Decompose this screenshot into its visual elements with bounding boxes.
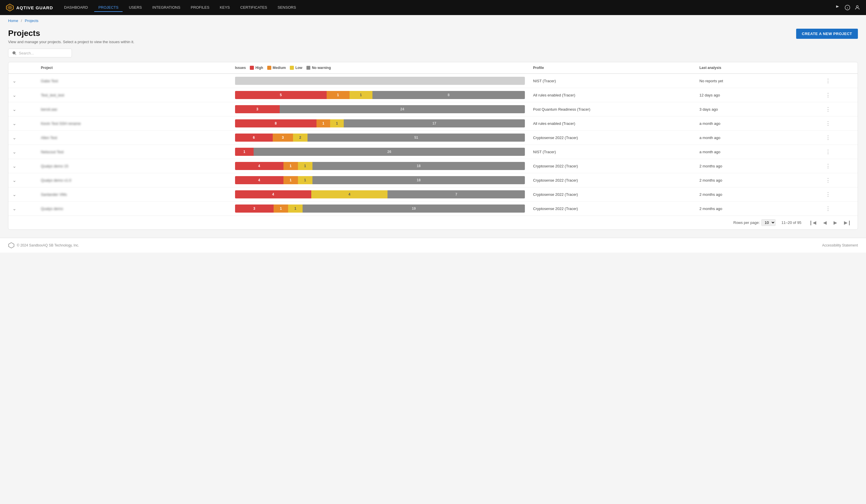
nav-projects[interactable]: PROJECTS bbox=[94, 3, 122, 12]
row-menu-button[interactable]: ⋮ bbox=[824, 190, 832, 199]
logo[interactable]: AQTIVE GUARD bbox=[6, 3, 53, 12]
svg-marker-8 bbox=[9, 243, 14, 248]
rows-per-page-select[interactable]: 10 20 50 bbox=[762, 219, 776, 226]
info-icon[interactable] bbox=[845, 4, 850, 10]
project-profile: All rules enabled (Tracer) bbox=[529, 88, 695, 102]
first-page-button[interactable]: ❙◀ bbox=[807, 219, 818, 226]
logo-text: AQTIVE GUARD bbox=[16, 5, 53, 10]
search-input[interactable] bbox=[19, 51, 68, 55]
nav-users[interactable]: USERS bbox=[125, 3, 146, 12]
page-subtitle: View and manage your projects. Select a … bbox=[8, 40, 134, 44]
search-bar[interactable] bbox=[8, 49, 72, 57]
last-page-button[interactable]: ▶❙ bbox=[842, 219, 853, 226]
issues-bar: 41118 bbox=[235, 162, 525, 170]
filter-checkbox-nowarning bbox=[306, 66, 310, 70]
filter-low[interactable]: Low bbox=[290, 66, 302, 70]
nav-profiles[interactable]: PROFILES bbox=[187, 3, 213, 12]
nav-certificates[interactable]: CERTIFICATES bbox=[236, 3, 271, 12]
user-icon[interactable] bbox=[854, 4, 860, 10]
prev-page-button[interactable]: ◀ bbox=[821, 219, 828, 226]
row-expand-button[interactable]: ⌄ bbox=[12, 192, 16, 197]
project-last-analysis: a month ago bbox=[695, 145, 820, 159]
bar-segment-high: 8 bbox=[235, 119, 317, 127]
row-menu-button[interactable]: ⋮ bbox=[824, 204, 832, 213]
row-menu-button[interactable]: ⋮ bbox=[824, 134, 832, 142]
filter-high-label: High bbox=[255, 66, 263, 70]
svg-line-7 bbox=[15, 54, 16, 55]
table-row: ⌄Gabe TestNIST (Tracer)No reports yet⋮ bbox=[8, 74, 858, 88]
nav-keys[interactable]: KEYS bbox=[215, 3, 234, 12]
pagination: Rows per page: 10 20 50 11–20 of 95 ❙◀ ◀… bbox=[8, 215, 858, 229]
project-profile: Post Quantum Readiness (Tracer) bbox=[529, 102, 695, 116]
bar-segment-nowarning: 18 bbox=[312, 162, 525, 170]
row-expand-button[interactable]: ⌄ bbox=[12, 164, 16, 169]
content-area: Project Issues High Medium bbox=[0, 49, 866, 238]
project-profile: NIST (Tracer) bbox=[529, 74, 695, 88]
nav-sensors[interactable]: SENSORS bbox=[274, 3, 300, 12]
footer-logo: © 2024 SandboxAQ SB Technology, Inc. bbox=[8, 242, 79, 248]
row-menu-button[interactable]: ⋮ bbox=[824, 77, 832, 85]
project-profile: NIST (Tracer) bbox=[529, 145, 695, 159]
col-header-analysis: Last analysis bbox=[695, 62, 820, 74]
issues-bar: 81117 bbox=[235, 119, 525, 127]
flag-icon[interactable] bbox=[835, 4, 841, 10]
row-expand-button[interactable]: ⌄ bbox=[12, 178, 16, 183]
bar-segment-high: 3 bbox=[235, 105, 280, 113]
project-name: Kevin Test SSH rename bbox=[41, 121, 81, 126]
project-last-analysis: 3 days ago bbox=[695, 102, 820, 116]
project-name: Gabe Test bbox=[41, 79, 58, 83]
row-menu-button[interactable]: ⋮ bbox=[824, 91, 832, 99]
row-menu-button[interactable]: ⋮ bbox=[824, 162, 832, 170]
table-row: ⌄beroit.aac324Post Quantum Readiness (Tr… bbox=[8, 102, 858, 116]
breadcrumb-current[interactable]: Projects bbox=[25, 19, 38, 23]
project-last-analysis: 2 months ago bbox=[695, 159, 820, 173]
table-body: ⌄Gabe TestNIST (Tracer)No reports yet⋮⌄T… bbox=[8, 74, 858, 215]
breadcrumb-home[interactable]: Home bbox=[8, 19, 18, 23]
project-name: Qualys demo 15 bbox=[41, 164, 68, 168]
footer-copyright: © 2024 SandboxAQ SB Technology, Inc. bbox=[17, 243, 79, 247]
row-expand-button[interactable]: ⌄ bbox=[12, 149, 16, 154]
footer: © 2024 SandboxAQ SB Technology, Inc. Acc… bbox=[0, 238, 866, 253]
bar-segment-nowarning: 8 bbox=[373, 91, 525, 99]
bar-segment-nowarning: 19 bbox=[302, 204, 525, 213]
row-expand-button[interactable]: ⌄ bbox=[12, 135, 16, 140]
project-profile: Cryptosense 2022 (Tracer) bbox=[529, 131, 695, 145]
svg-point-5 bbox=[856, 5, 858, 8]
row-menu-button[interactable]: ⋮ bbox=[824, 176, 832, 184]
next-page-button[interactable]: ▶ bbox=[832, 219, 839, 226]
project-last-analysis: 2 months ago bbox=[695, 173, 820, 187]
nav-integrations[interactable]: INTEGRATIONS bbox=[148, 3, 185, 12]
row-expand-button[interactable]: ⌄ bbox=[12, 121, 16, 126]
bar-segment-medium: 1 bbox=[326, 91, 349, 99]
create-project-button[interactable]: CREATE A NEW PROJECT bbox=[796, 29, 858, 39]
row-expand-button[interactable]: ⌄ bbox=[12, 107, 16, 112]
filter-nowarning[interactable]: No warning bbox=[306, 66, 331, 70]
bar-segment-empty bbox=[235, 77, 525, 85]
project-name: Qualys demo bbox=[41, 206, 63, 211]
breadcrumb-separator: / bbox=[21, 19, 22, 23]
nav-dashboard[interactable]: DASHBOARD bbox=[60, 3, 92, 12]
row-expand-button[interactable]: ⌄ bbox=[12, 93, 16, 98]
project-name: Netscout Test bbox=[41, 150, 64, 154]
project-last-analysis: a month ago bbox=[695, 131, 820, 145]
svg-point-6 bbox=[13, 52, 15, 54]
table-row: ⌄Allen Test63251Cryptosense 2022 (Tracer… bbox=[8, 131, 858, 145]
project-name: beroit.aac bbox=[41, 107, 57, 112]
row-menu-button[interactable]: ⋮ bbox=[824, 119, 832, 127]
col-header-issues: Issues High Medium Low bbox=[231, 62, 529, 74]
row-menu-button[interactable]: ⋮ bbox=[824, 105, 832, 113]
issues-bar: 63251 bbox=[235, 134, 525, 142]
row-expand-button[interactable]: ⌄ bbox=[12, 206, 16, 211]
breadcrumb: Home / Projects bbox=[0, 15, 866, 26]
row-menu-button[interactable]: ⋮ bbox=[824, 148, 832, 156]
accessibility-link[interactable]: Accessibility Statement bbox=[822, 243, 858, 247]
row-expand-button[interactable]: ⌄ bbox=[12, 78, 16, 83]
rows-per-page-label: Rows per page: bbox=[733, 221, 759, 225]
topnav: AQTIVE GUARD DASHBOARD PROJECTS USERS IN… bbox=[0, 0, 866, 15]
project-name: Santander VMs bbox=[41, 192, 67, 197]
page-header-left: Projects View and manage your projects. … bbox=[8, 29, 134, 44]
issues-header: Issues High Medium Low bbox=[235, 66, 525, 70]
filter-high[interactable]: High bbox=[250, 66, 263, 70]
filter-medium[interactable]: Medium bbox=[267, 66, 286, 70]
filter-checkbox-high bbox=[250, 66, 254, 70]
